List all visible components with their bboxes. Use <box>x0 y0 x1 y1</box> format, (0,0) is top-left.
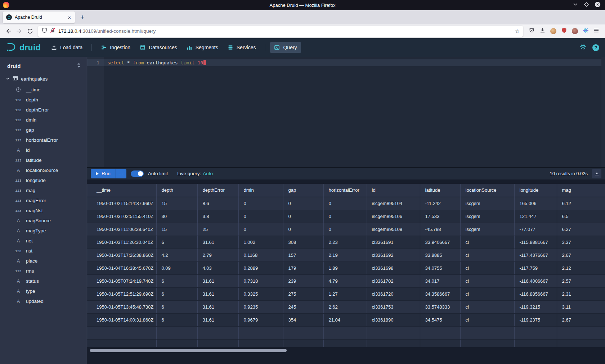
pocket-button[interactable] <box>529 27 535 35</box>
table-cell[interactable]: 0.9235 <box>238 300 283 313</box>
column-header-locationSource[interactable]: locationSource <box>460 184 514 197</box>
table-cell[interactable]: 1950-01-02T15:14:37.960Z <box>87 197 156 210</box>
table-cell[interactable]: 0.1168 <box>238 249 283 261</box>
table-cell[interactable]: 6.12 <box>557 197 605 210</box>
table-cell[interactable]: -45.798 <box>420 223 460 236</box>
table-cell[interactable]: 0.09 <box>156 261 197 274</box>
column-header-dmin[interactable]: dmin <box>238 184 283 197</box>
table-cell[interactable]: 0.7318 <box>238 274 283 287</box>
sidebar-column-magSource[interactable]: AmagSource <box>0 215 87 226</box>
sql-editor[interactable]: 1 select * from earthquakes limit 10 <box>87 57 605 167</box>
table-cell[interactable]: 275 <box>283 287 323 300</box>
table-cell[interactable]: ci3361890 <box>367 313 420 326</box>
tab-close-icon[interactable]: × <box>67 15 72 20</box>
table-cell[interactable]: 4.03 <box>197 261 238 274</box>
table-cell[interactable]: 2.79 <box>197 249 238 261</box>
table-cell[interactable]: ci <box>460 300 514 313</box>
menu-button[interactable] <box>593 28 599 35</box>
table-cell[interactable]: ci3361753 <box>367 300 420 313</box>
table-cell[interactable]: -116.4006667 <box>514 274 557 287</box>
table-cell[interactable]: 6 <box>156 274 197 287</box>
sidebar-column-gap[interactable]: 123gap <box>0 125 87 135</box>
table-cell[interactable]: ci <box>460 236 514 249</box>
table-cell[interactable]: 0.2889 <box>238 261 283 274</box>
export-download-button[interactable] <box>592 169 601 178</box>
table-cell[interactable]: 0.9679 <box>238 313 283 326</box>
help-button[interactable]: ? <box>592 44 599 51</box>
table-cell[interactable]: iscgem <box>460 197 514 210</box>
column-header-latitude[interactable]: latitude <box>420 184 460 197</box>
nav-item-query[interactable]: Query <box>270 42 301 53</box>
auto-limit-toggle[interactable] <box>131 170 144 177</box>
nav-item-ingestion[interactable]: Ingestion <box>97 42 134 53</box>
table-cell[interactable]: 1950-01-05T12:51:29.690Z <box>87 287 156 300</box>
column-header-__time[interactable]: __time <box>87 184 156 197</box>
table-cell[interactable]: 25 <box>197 223 238 236</box>
table-cell[interactable]: 1950-01-03T11:26:30.040Z <box>87 236 156 249</box>
ublock-extension-button[interactable] <box>561 27 567 35</box>
table-cell[interactable]: 6 <box>156 287 197 300</box>
table-cell[interactable]: 1950-01-05T07:24:19.740Z <box>87 274 156 287</box>
sidebar-column-depth[interactable]: 123depth <box>0 95 87 105</box>
table-cell[interactable]: 2.67 <box>557 249 605 261</box>
nav-item-services[interactable]: Services <box>224 42 260 53</box>
table-cell[interactable]: 6 <box>156 313 197 326</box>
minimize-icon[interactable] <box>573 1 578 9</box>
table-cell[interactable]: 1.89 <box>323 261 367 274</box>
sidebar-column-magNst[interactable]: 123magNst <box>0 205 87 215</box>
settings-gear-icon[interactable] <box>579 43 587 52</box>
table-cell[interactable]: 6.5 <box>557 210 605 223</box>
table-cell[interactable]: 30 <box>156 210 197 223</box>
table-cell[interactable]: 15 <box>156 197 197 210</box>
download-button[interactable] <box>539 27 546 35</box>
table-cell[interactable]: 308 <box>283 236 323 249</box>
sidebar-column-updated[interactable]: Aupdated <box>0 296 87 306</box>
sidebar-column-rms[interactable]: 123rms <box>0 266 87 276</box>
table-cell[interactable]: 0 <box>283 197 323 210</box>
table-cell[interactable]: 34.017 <box>420 274 460 287</box>
table-cell[interactable]: 33.8885 <box>420 249 460 261</box>
table-cell[interactable]: 1.27 <box>323 287 367 300</box>
table-cell[interactable]: 1950-01-05T14:00:31.860Z <box>87 313 156 326</box>
table-cell[interactable]: 1.002 <box>238 236 283 249</box>
table-cell[interactable]: iscgem895106 <box>367 210 420 223</box>
table-cell[interactable]: 31.61 <box>197 274 238 287</box>
table-cell[interactable]: 2.62 <box>323 300 367 313</box>
sidebar-column-mag[interactable]: 123mag <box>0 185 87 195</box>
back-button[interactable] <box>3 26 14 36</box>
column-header-depth[interactable]: depth <box>156 184 197 197</box>
table-cell[interactable]: 2.31 <box>557 287 605 300</box>
table-cell[interactable]: 2.57 <box>557 274 605 287</box>
table-cell[interactable]: ci3361698 <box>367 261 420 274</box>
bookmark-star-icon[interactable]: ☆ <box>515 28 520 35</box>
sidebar-column-depthError[interactable]: 123depthError <box>0 105 87 115</box>
table-cell[interactable]: ci <box>460 274 514 287</box>
column-header-depthError[interactable]: depthError <box>197 184 238 197</box>
table-cell[interactable]: 0 <box>323 197 367 210</box>
table-cell[interactable]: ci3361702 <box>367 274 420 287</box>
table-cell[interactable]: iscgem <box>460 210 514 223</box>
url-text[interactable]: 172.18.0.4:30109/unified-console.html#qu… <box>58 28 515 34</box>
sidebar-column-magType[interactable]: AmagType <box>0 226 87 236</box>
reload-button[interactable] <box>24 26 35 36</box>
table-cell[interactable]: 1950-01-03T11:06:28.640Z <box>87 223 156 236</box>
table-cell[interactable]: 31.61 <box>197 300 238 313</box>
run-button[interactable]: Run <box>91 169 116 178</box>
table-cell[interactable]: ci <box>460 249 514 261</box>
table-cell[interactable]: -117.759 <box>514 261 557 274</box>
table-cell[interactable]: ci3361691 <box>367 236 420 249</box>
table-cell[interactable]: 0.3325 <box>238 287 283 300</box>
table-cell[interactable]: 31.61 <box>197 313 238 326</box>
sidebar-column-place[interactable]: Aplace <box>0 256 87 266</box>
table-cell[interactable]: iscgem <box>460 223 514 236</box>
table-cell[interactable]: -11.242 <box>420 197 460 210</box>
table-cell[interactable]: 15 <box>156 223 197 236</box>
run-more-button[interactable]: ··· <box>116 169 126 178</box>
table-cell[interactable]: 8.6 <box>197 197 238 210</box>
sidebar-column-nst[interactable]: 123nst <box>0 246 87 256</box>
sidebar-column-longitude[interactable]: 123longitude <box>0 175 87 185</box>
table-cell[interactable]: 6.27 <box>557 223 605 236</box>
table-cell[interactable]: iscgem895104 <box>367 197 420 210</box>
table-cell[interactable]: 1950-01-04T16:38:45.670Z <box>87 261 156 274</box>
sidebar-column-latitude[interactable]: 123latitude <box>0 155 87 165</box>
